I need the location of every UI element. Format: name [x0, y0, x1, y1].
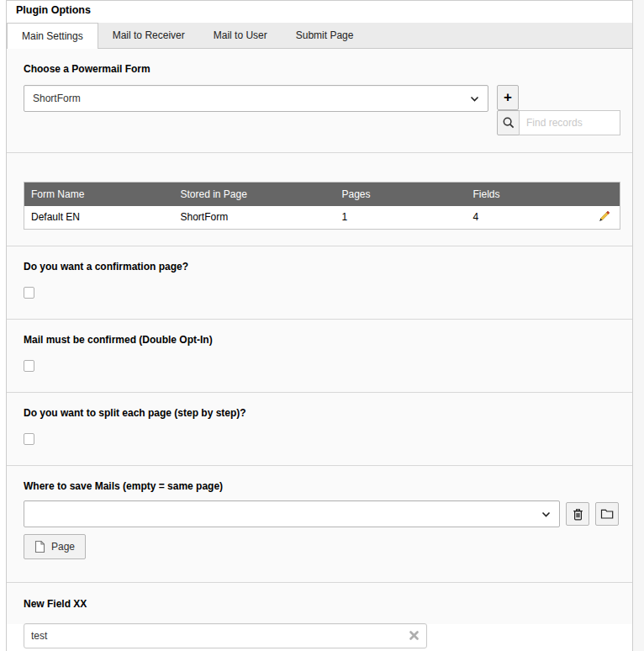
forms-table: Form Name Stored in Page Pages Fields De… [24, 182, 620, 230]
double-opt-in-label: Mail must be confirmed (Double Opt-In) [24, 334, 622, 346]
folder-icon [600, 508, 614, 520]
double-opt-in-checkbox[interactable] [24, 360, 34, 372]
chevron-down-icon [470, 96, 479, 103]
section-choose-form: Choose a Powermail Form ShortForm + [7, 49, 632, 153]
tab-mail-to-receiver[interactable]: Mail to Receiver [98, 23, 199, 48]
page-background-strip [633, 0, 644, 651]
save-mails-select[interactable] [24, 500, 560, 527]
close-icon [409, 630, 420, 641]
section-double-opt-in: Mail must be confirmed (Double Opt-In) [7, 320, 632, 393]
tab-bar: Main Settings Mail to Receiver Mail to U… [7, 23, 632, 49]
find-records-group [497, 110, 620, 135]
cell-fields: 4 [467, 206, 583, 230]
browse-pages-button[interactable] [595, 502, 619, 526]
search-icon [502, 116, 515, 130]
cell-stored-in-page: ShortForm [174, 206, 335, 230]
split-pages-checkbox[interactable] [24, 433, 34, 445]
clear-input-button[interactable] [409, 630, 420, 641]
cell-actions [583, 206, 620, 230]
tab-label: Mail to Receiver [113, 29, 185, 41]
select-value: ShortForm [33, 93, 81, 104]
tab-content: Choose a Powermail Form ShortForm + [7, 49, 632, 624]
page-icon [34, 540, 45, 553]
section-new-field: New Field XX [7, 583, 632, 651]
tab-mail-to-user[interactable]: Mail to User [199, 23, 282, 48]
new-field-label: New Field XX [24, 598, 622, 610]
trash-icon [572, 507, 584, 521]
edit-record-button[interactable] [599, 209, 611, 222]
clear-selection-button[interactable] [566, 502, 589, 526]
plus-icon: + [504, 89, 512, 106]
new-field-input[interactable] [24, 623, 427, 648]
tab-submit-page[interactable]: Submit Page [282, 23, 368, 48]
col-stored-in-page: Stored in Page [174, 183, 335, 206]
section-confirmation-page: Do you want a confirmation page? [7, 246, 632, 320]
plugin-options-panel: Plugin Options Main Settings Mail to Rec… [6, 0, 633, 651]
page-button-label: Page [51, 541, 75, 553]
section-save-mails: Where to save Mails (empty = same page) [7, 466, 632, 583]
col-fields: Fields [467, 183, 583, 206]
find-records-input[interactable] [519, 110, 620, 135]
chevron-down-icon [541, 511, 551, 518]
tab-label: Main Settings [22, 30, 83, 42]
confirmation-page-label: Do you want a confirmation page? [24, 261, 622, 273]
powermail-form-select[interactable]: ShortForm [24, 85, 488, 112]
cell-form-name: Default EN [24, 206, 174, 230]
search-button[interactable] [497, 110, 520, 135]
col-form-name: Form Name [24, 183, 174, 206]
col-actions [583, 183, 620, 206]
add-record-button[interactable]: + [497, 85, 519, 110]
table-row: Default EN ShortForm 1 4 [24, 206, 620, 230]
table-header-row: Form Name Stored in Page Pages Fields [24, 183, 620, 206]
pencil-icon [599, 209, 611, 222]
cell-pages: 1 [335, 206, 467, 230]
tab-main-settings[interactable]: Main Settings [7, 23, 98, 49]
page-button[interactable]: Page [24, 534, 86, 559]
split-pages-label: Do you want to split each page (step by … [24, 407, 622, 419]
confirmation-page-checkbox[interactable] [24, 287, 34, 299]
section-forms-table: Form Name Stored in Page Pages Fields De… [7, 153, 632, 246]
save-mails-label: Where to save Mails (empty = same page) [24, 480, 622, 492]
col-pages: Pages [335, 183, 467, 206]
tab-label: Mail to User [214, 29, 267, 41]
tab-label: Submit Page [296, 29, 354, 41]
section-split-pages: Do you want to split each page (step by … [7, 393, 632, 466]
page-title: Plugin Options [16, 4, 632, 16]
choose-form-label: Choose a Powermail Form [24, 63, 622, 75]
